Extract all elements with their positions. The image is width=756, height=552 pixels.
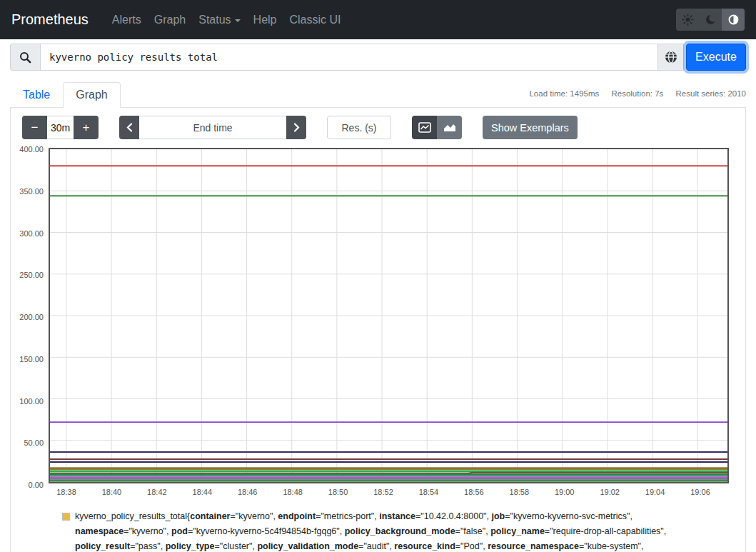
resolution-input[interactable] (327, 116, 391, 139)
show-exemplars-button[interactable]: Show Exemplars (483, 116, 578, 139)
y-tick-label: 200.00 (19, 312, 44, 322)
graph-panel: − + (10, 108, 746, 552)
legend-item[interactable]: kyverno_policy_results_total{container="… (62, 509, 734, 552)
x-tick-label: 19:02 (600, 488, 620, 496)
y-tick-label: 150.00 (19, 354, 44, 364)
auto-theme-button[interactable] (722, 9, 745, 31)
range-control: − + (22, 116, 99, 139)
plot-svg (50, 149, 727, 482)
execute-button[interactable]: Execute (686, 44, 746, 71)
increase-range-button[interactable]: + (74, 116, 99, 139)
query-stats: Load time: 1495ms Resolution: 7s Result … (519, 89, 746, 98)
y-tick-label: 400.00 (19, 144, 44, 154)
query-input-group: Execute (10, 44, 746, 71)
globe-icon (665, 51, 677, 64)
contrast-icon (727, 14, 740, 26)
x-tick-label: 18:48 (283, 488, 303, 496)
app-brand[interactable]: Prometheus (11, 11, 89, 28)
x-tick-label: 18:58 (510, 488, 530, 496)
resolution-stat: Resolution: 7s (611, 89, 663, 98)
area-chart-icon (443, 122, 456, 133)
nav-item-classic-ui[interactable]: Classic UI (283, 8, 347, 32)
time-back-button[interactable] (119, 116, 139, 139)
y-tick-label: 0.00 (19, 480, 44, 490)
chevron-left-icon (126, 123, 133, 132)
x-tick-label: 19:06 (690, 488, 710, 496)
y-tick-label: 50.00 (19, 438, 44, 448)
moon-icon (705, 14, 717, 26)
tabs-bar: Table Graph Load time: 1495ms Resolution… (10, 82, 746, 108)
dark-theme-button[interactable] (699, 9, 722, 31)
search-icon-addon (10, 44, 40, 71)
series-line-step-10-to-11 (50, 473, 727, 473)
line-chart-icon (418, 122, 431, 133)
legend-series-label: kyverno_policy_results_total{container="… (75, 509, 678, 552)
tab-table[interactable]: Table (10, 82, 63, 108)
legend-swatch (62, 513, 70, 521)
time-forward-button[interactable] (286, 116, 306, 139)
load-time-stat: Load time: 1495ms (529, 89, 599, 98)
query-row: Execute (0, 39, 756, 78)
x-tick-label: 18:52 (373, 488, 393, 496)
navbar-links: AlertsGraphStatusHelpClassic UI (106, 8, 676, 32)
search-icon (19, 51, 31, 64)
y-tick-label: 250.00 (19, 270, 44, 280)
nav-item-status[interactable]: Status (192, 8, 246, 32)
result-series-stat: Result series: 2010 (676, 89, 746, 98)
metrics-explorer-button[interactable] (658, 44, 684, 71)
x-tick-label: 18:46 (238, 488, 258, 496)
y-tick-label: 100.00 (19, 396, 44, 406)
top-navbar: Prometheus AlertsGraphStatusHelpClassic … (0, 0, 756, 39)
x-tick-label: 19:04 (645, 488, 665, 496)
nav-item-graph[interactable]: Graph (148, 8, 192, 32)
x-tick-label: 18:42 (147, 488, 167, 496)
y-tick-label: 300.00 (19, 229, 44, 239)
line-chart-button[interactable] (412, 116, 437, 139)
graph-controls: − + (11, 108, 745, 145)
x-tick-label: 18:40 (102, 488, 122, 496)
stacked-chart-button[interactable] (437, 116, 462, 139)
x-tick-label: 18:54 (419, 488, 439, 496)
caret-down-icon (235, 19, 241, 22)
nav-item-help[interactable]: Help (247, 8, 283, 32)
theme-toggle-group (676, 9, 745, 31)
x-tick-label: 18:44 (193, 488, 213, 496)
end-time-control (119, 116, 306, 139)
plot-region[interactable]: 400.00350.00300.00250.00200.00150.00100.… (49, 148, 729, 483)
sun-icon (682, 14, 694, 26)
decrease-range-button[interactable]: − (22, 116, 47, 139)
expression-input[interactable] (40, 44, 658, 71)
x-tick-label: 19:00 (555, 488, 575, 496)
x-tick-label: 18:56 (464, 488, 484, 496)
light-theme-button[interactable] (676, 9, 699, 31)
end-time-input[interactable] (139, 116, 286, 139)
chevron-right-icon (293, 123, 300, 132)
tab-graph[interactable]: Graph (63, 82, 120, 108)
chart-area: 400.00350.00300.00250.00200.00150.00100.… (22, 148, 729, 483)
range-input[interactable] (47, 116, 74, 139)
nav-item-alerts[interactable]: Alerts (106, 8, 148, 32)
y-tick-label: 350.00 (19, 186, 44, 196)
chart-type-toggle (412, 116, 462, 139)
x-tick-label: 18:38 (56, 488, 76, 496)
x-tick-label: 18:50 (328, 488, 348, 496)
